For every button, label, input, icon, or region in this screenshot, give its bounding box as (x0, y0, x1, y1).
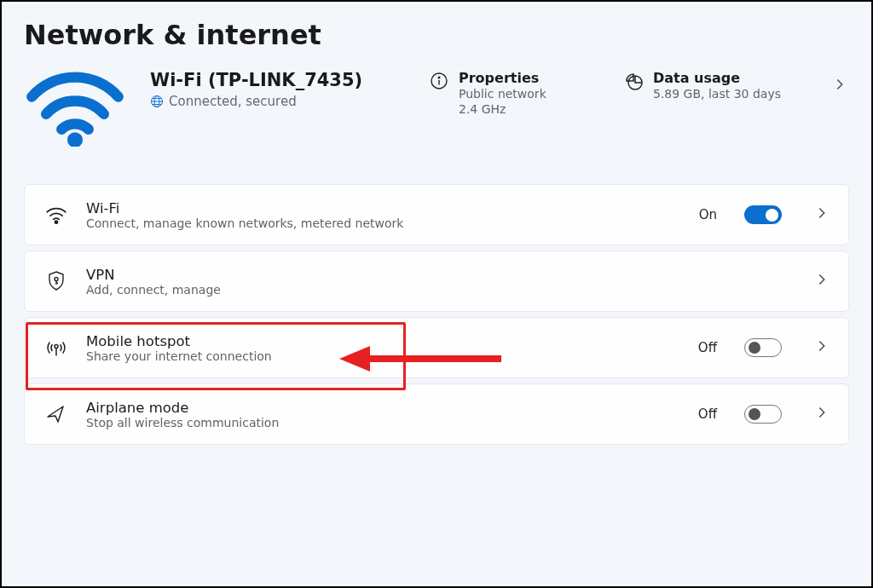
setting-wifi[interactable]: Wi-Fi Connect, manage known networks, me… (24, 184, 849, 245)
svg-point-5 (438, 77, 440, 78)
svg-point-9 (55, 278, 58, 281)
info-icon (430, 72, 448, 90)
setting-airplane-mode[interactable]: Airplane mode Stop all wireless communic… (24, 383, 849, 445)
setting-subtitle: Add, connect, manage (86, 283, 782, 297)
setting-state: Off (698, 406, 717, 422)
chevron-right-icon[interactable] (814, 405, 831, 424)
setting-title: Mobile hotspot (86, 333, 679, 349)
setting-subtitle: Stop all wireless communication (86, 416, 679, 429)
hotspot-icon (45, 337, 67, 359)
setting-state: Off (698, 340, 717, 355)
wifi-signal-icon (24, 70, 126, 147)
setting-mobile-hotspot[interactable]: Mobile hotspot Share your internet conne… (24, 317, 849, 378)
data-usage-line1: 5.89 GB, last 30 days (653, 86, 781, 101)
data-usage-title: Data usage (653, 70, 781, 86)
chevron-right-icon[interactable] (832, 77, 849, 95)
current-network-name: Wi-Fi (TP-LINK_7435) (150, 70, 406, 90)
wifi-icon (45, 204, 67, 226)
setting-title: Airplane mode (86, 400, 679, 416)
chevron-right-icon[interactable] (814, 205, 831, 224)
shield-key-icon (45, 270, 67, 292)
chevron-right-icon[interactable] (814, 338, 831, 357)
properties-line1: Public network (459, 86, 546, 101)
properties-title: Properties (459, 70, 546, 86)
globe-icon (150, 95, 164, 108)
setting-state: On (699, 207, 717, 222)
current-network-state: Connected, secured (169, 94, 297, 109)
svg-point-8 (55, 221, 57, 223)
setting-vpn[interactable]: VPN Add, connect, manage (24, 251, 849, 312)
data-usage-link[interactable]: Data usage 5.89 GB, last 30 days (624, 70, 803, 101)
airplane-icon (45, 403, 67, 425)
svg-point-0 (67, 132, 83, 147)
setting-title: Wi-Fi (86, 200, 680, 216)
hotspot-toggle[interactable] (744, 338, 782, 357)
page-title: Network & internet (24, 19, 849, 51)
properties-link[interactable]: Properties Public network 2.4 GHz (430, 70, 600, 117)
airplane-toggle[interactable] (744, 405, 782, 424)
setting-subtitle: Connect, manage known networks, metered … (86, 216, 680, 230)
setting-subtitle: Share your internet connection (86, 349, 679, 363)
wifi-toggle[interactable] (744, 205, 782, 224)
chevron-right-icon[interactable] (814, 272, 831, 291)
setting-title: VPN (86, 267, 782, 283)
data-usage-icon (624, 72, 643, 90)
settings-list: Wi-Fi Connect, manage known networks, me… (24, 184, 849, 445)
current-network: Wi-Fi (TP-LINK_7435) Connected, secured (150, 70, 406, 109)
properties-line2: 2.4 GHz (459, 101, 546, 117)
network-status-block: Wi-Fi (TP-LINK_7435) Connected, secured (24, 70, 849, 147)
